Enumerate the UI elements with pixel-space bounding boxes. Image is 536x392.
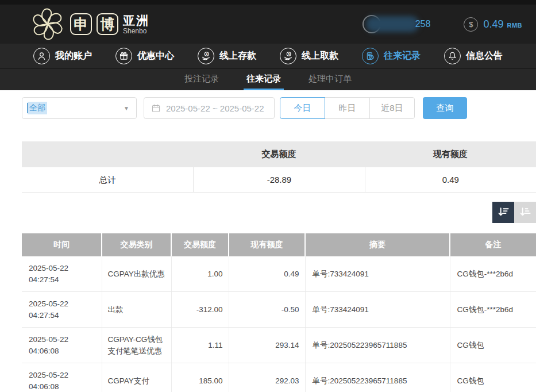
table-row: 2025-05-22 04:06:08CGPAY支付185.00292.03单号… — [22, 363, 536, 392]
table-cell: 293.14 — [229, 328, 305, 363]
main-nav: 我的账户优惠中心¥线上存款$线上取款往来记录信息公告 — [0, 44, 536, 68]
summary-header-row: 交易额度 现有额度 — [22, 141, 536, 167]
nav-item-label: 优惠中心 — [137, 50, 174, 62]
redacted-username — [366, 16, 419, 32]
column-header: 摘要 — [305, 233, 450, 256]
site-header: 申 博 亚洲 Shenbo 258 $ 0.49 RMB — [0, 5, 536, 44]
table-cell: -0.50 — [229, 292, 305, 328]
nav-item-online-deposit[interactable]: ¥线上存款 — [198, 48, 256, 64]
table-cell: 单号:202505223965711885 — [305, 328, 450, 363]
nav-item-my-account[interactable]: 我的账户 — [33, 48, 92, 64]
quick-button-today[interactable]: 今日 — [280, 97, 325, 119]
deposit-icon: ¥ — [198, 48, 214, 64]
summary-header-trade: 交易额度 — [193, 149, 364, 160]
summary-total-row: 总计 -28.89 0.49 — [22, 167, 536, 193]
table-cell: CGPAY-CG钱包支付笔笔送优惠 — [102, 328, 171, 363]
column-header: 交易额度 — [171, 233, 229, 256]
date-range-picker[interactable]: 2025-05-22 ~ 2025-05-22 — [144, 97, 275, 119]
column-header: 备注 — [450, 233, 536, 256]
tab-transaction-records[interactable]: 往来记录 — [244, 69, 284, 90]
sort-controls — [22, 202, 536, 223]
svg-text:$: $ — [288, 52, 290, 56]
date-range-value: 2025-05-22 ~ 2025-05-22 — [166, 103, 264, 113]
top-strip — [0, 0, 536, 5]
table-cell: CG钱包 — [450, 363, 536, 392]
table-cell: CGPAY支付 — [102, 363, 171, 392]
nav-item-label: 往来记录 — [384, 50, 421, 62]
tab-bet-records[interactable]: 投注记录 — [182, 69, 222, 90]
sort-ascending-button[interactable] — [514, 202, 536, 223]
table-row: 2025-05-22 04:06:08CGPAY-CG钱包支付笔笔送优惠1.11… — [22, 328, 536, 363]
flower-logo-icon — [30, 6, 65, 42]
table-cell: 292.03 — [229, 363, 305, 392]
sort-ascending-icon — [519, 206, 532, 219]
logo-region-en: Shenbo — [123, 28, 149, 34]
quick-button-last-8-days[interactable]: 近8日 — [369, 97, 415, 119]
table-cell: 2025-05-22 04:06:08 — [22, 328, 102, 363]
person-icon — [33, 48, 50, 64]
column-header: 时间 — [22, 233, 102, 256]
table-cell: CGPAY出款优惠 — [102, 256, 171, 292]
sort-descending-button[interactable] — [492, 202, 514, 223]
logo-char-bo: 博 — [97, 13, 118, 35]
table-cell: CG钱包-***2b6d — [450, 292, 536, 328]
transactions-table: 时间交易类别交易额度现有额度摘要备注 2025-05-22 04:27:54CG… — [22, 233, 536, 392]
account-name[interactable]: 258 — [366, 13, 431, 36]
table-cell: 单号:733424091 — [305, 292, 450, 328]
column-header: 现有额度 — [229, 233, 305, 256]
table-cell: 单号:733424091 — [305, 256, 450, 292]
nav-item-label: 我的账户 — [55, 50, 92, 62]
summary-header-balance: 现有额度 — [365, 149, 536, 160]
logo-region-cn: 亚洲 — [123, 14, 149, 26]
table-cell: -312.00 — [171, 292, 229, 328]
filter-row: 全部 ▼ 2025-05-22 ~ 2025-05-22 今日昨日近8日 查询 — [22, 97, 536, 119]
logo-char-shen: 申 — [70, 13, 92, 35]
nav-item-online-withdraw[interactable]: $线上取款 — [280, 48, 338, 64]
nav-item-label: 线上取款 — [302, 50, 338, 62]
balance-currency: RMB — [507, 20, 522, 29]
nav-item-promo-center[interactable]: 优惠中心 — [115, 48, 174, 64]
gift-icon — [115, 48, 132, 64]
quick-button-yesterday[interactable]: 昨日 — [325, 97, 370, 119]
table-cell: 185.00 — [171, 363, 229, 392]
sort-descending-icon — [497, 206, 510, 219]
column-header: 交易类别 — [102, 233, 171, 256]
account-suffix: 258 — [415, 19, 431, 29]
nav-item-announcements[interactable]: 信息公告 — [444, 48, 503, 64]
tab-processing-orders[interactable]: 处理中订单 — [306, 69, 354, 90]
type-select-value: 全部 — [28, 102, 47, 114]
balance-amount: 0.49 — [483, 18, 503, 30]
bell-icon — [444, 48, 461, 64]
table-cell: CG钱包 — [450, 328, 536, 363]
table-cell: 单号:202505223965711885 — [305, 363, 450, 392]
nav-item-label: 线上存款 — [219, 50, 256, 62]
table-cell: CG钱包-***2b6d — [450, 256, 536, 292]
summary-table: 交易额度 现有额度 总计 -28.89 0.49 — [22, 141, 536, 193]
quick-date-group: 今日昨日近8日 — [280, 97, 415, 119]
table-cell: 2025-05-22 04:27:54 — [22, 292, 102, 328]
sub-nav: 投注记录往来记录处理中订单 — [0, 68, 536, 90]
logo-region: 亚洲 Shenbo — [123, 14, 149, 34]
table-cell: 2025-05-22 04:06:08 — [22, 363, 102, 392]
table-header-row: 时间交易类别交易额度现有额度摘要备注 — [22, 233, 536, 256]
table-cell: 1.11 — [171, 328, 229, 363]
balance[interactable]: $ 0.49 RMB — [464, 17, 522, 32]
query-button[interactable]: 查询 — [423, 97, 467, 119]
table-cell: 1.00 — [171, 256, 229, 292]
nav-item-label: 信息公告 — [466, 50, 503, 62]
chevron-down-icon: ▼ — [124, 105, 129, 112]
dollar-icon: $ — [464, 17, 478, 32]
summary-total-trade: -28.89 — [193, 167, 364, 192]
table-cell: 2025-05-22 04:27:54 — [22, 256, 102, 292]
records-icon — [362, 48, 379, 64]
withdraw-icon: $ — [280, 48, 296, 64]
summary-total-balance: 0.49 — [365, 167, 536, 192]
calendar-icon — [151, 103, 161, 113]
nav-item-transaction-records[interactable]: 往来记录 — [362, 48, 421, 64]
site-logo[interactable]: 申 博 亚洲 Shenbo — [30, 6, 149, 42]
table-cell: 出款 — [102, 292, 171, 328]
table-cell: 0.49 — [229, 256, 305, 292]
table-row: 2025-05-22 04:27:54出款-312.00-0.50单号:7334… — [22, 292, 536, 328]
type-select[interactable]: 全部 ▼ — [22, 97, 137, 119]
table-row: 2025-05-22 04:27:54CGPAY出款优惠1.000.49单号:7… — [22, 256, 536, 292]
